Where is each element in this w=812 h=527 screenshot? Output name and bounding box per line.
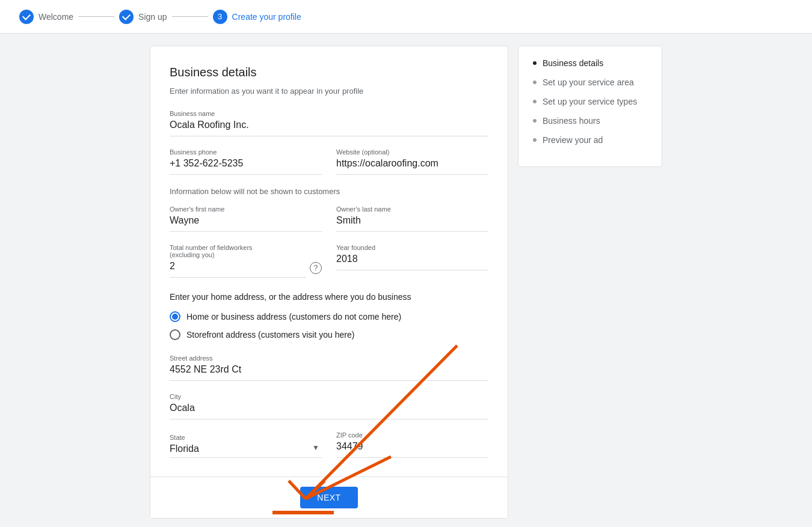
address-type-radio-group: Home or business address (customers do n… — [170, 311, 488, 340]
owner-last-name-value[interactable]: Smith — [336, 215, 488, 232]
radio-storefront[interactable]: Storefront address (customers visit you … — [170, 329, 488, 340]
owner-first-name-value[interactable]: Wayne — [170, 215, 322, 232]
state-zip-row: State Florida ▼ ZIP code 34479 — [170, 431, 488, 458]
sidebar-label-preview-ad: Preview your ad — [543, 135, 603, 145]
main-content: Business details Enter information as yo… — [135, 34, 677, 527]
step-create-profile: 3 Create your profile — [213, 10, 301, 24]
section-subtitle: Enter information as you want it to appe… — [170, 87, 488, 96]
step-signup-icon — [119, 10, 134, 24]
sidebar-bullet-business-hours — [533, 119, 537, 123]
street-address-field: Street address 4552 NE 23rd Ct — [170, 355, 488, 381]
sidebar-item-preview-ad: Preview your ad — [533, 135, 647, 145]
fieldworkers-value-row: 2 ? — [170, 261, 322, 278]
fieldworkers-value[interactable]: 2 — [170, 261, 306, 278]
step-welcome-icon — [19, 10, 34, 24]
fieldworkers-help-icon[interactable]: ? — [310, 262, 322, 274]
fieldworkers-label: Total number of fieldworkers (excluding … — [170, 244, 322, 258]
zip-field: ZIP code 34479 — [336, 431, 488, 458]
step-create-profile-label: Create your profile — [232, 12, 301, 22]
business-name-value[interactable]: Ocala Roofing Inc. — [170, 120, 488, 136]
business-name-field: Business name Ocala Roofing Inc. — [170, 110, 488, 136]
sidebar-item-service-area: Set up your service area — [533, 78, 647, 87]
year-founded-value[interactable]: 2018 — [336, 254, 488, 270]
sidebar-bullet-service-area — [533, 81, 537, 84]
form-card: Business details Enter information as yo… — [150, 46, 508, 519]
state-select[interactable]: Florida — [170, 443, 322, 458]
sidebar-bullet-active — [533, 61, 537, 65]
zip-value[interactable]: 34479 — [336, 441, 488, 458]
step-connector-1 — [78, 16, 114, 17]
city-value[interactable]: Ocala — [170, 403, 488, 419]
street-address-value[interactable]: 4552 NE 23rd Ct — [170, 364, 488, 381]
sidebar-item-business-hours: Business hours — [533, 116, 647, 126]
radio-home[interactable]: Home or business address (customers do n… — [170, 311, 488, 322]
radio-storefront-label: Storefront address (customers visit you … — [186, 330, 354, 340]
state-field: State Florida ▼ — [170, 434, 322, 458]
city-field: City Ocala — [170, 393, 488, 419]
radio-home-label: Home or business address (customers do n… — [186, 312, 401, 321]
fieldworkers-year-row: Total number of fieldworkers (excluding … — [170, 244, 488, 278]
owner-name-row: Owner's first name Wayne Owner's last na… — [170, 206, 488, 232]
sidebar-item-business-details: Business details — [533, 58, 647, 68]
step-signup: Sign up — [119, 10, 167, 24]
sidebar-item-service-types: Set up your service types — [533, 97, 647, 106]
stepper-bar: Welcome Sign up 3 Create your profile — [0, 0, 812, 34]
sidebar-bullet-service-types — [533, 100, 537, 103]
owner-first-name-label: Owner's first name — [170, 206, 322, 213]
state-label: State — [170, 434, 322, 441]
zip-label: ZIP code — [336, 431, 488, 439]
owner-first-name-field: Owner's first name Wayne — [170, 206, 322, 232]
section-title: Business details — [170, 65, 488, 79]
step-welcome-label: Welcome — [38, 12, 73, 22]
sidebar-label-service-area: Set up your service area — [543, 78, 634, 87]
form-footer: NEXT — [150, 477, 508, 518]
state-select-wrapper: Florida ▼ — [170, 443, 322, 458]
business-name-label: Business name — [170, 110, 488, 117]
fieldworkers-field: Total number of fieldworkers (excluding … — [170, 244, 322, 278]
sidebar-label-business-details: Business details — [543, 58, 603, 68]
address-note: Enter your home address, or the address … — [170, 292, 488, 302]
website-value[interactable]: https://ocalaroofing.com — [336, 158, 488, 175]
step-create-profile-icon: 3 — [213, 10, 227, 24]
business-phone-value[interactable]: +1 352-622-5235 — [170, 158, 322, 175]
next-button[interactable]: NEXT — [300, 487, 357, 508]
radio-storefront-circle — [170, 329, 180, 340]
business-phone-field: Business phone +1 352-622-5235 — [170, 148, 322, 175]
radio-home-circle — [170, 311, 180, 322]
website-label: Website (optional) — [336, 148, 488, 156]
website-field: Website (optional) https://ocalaroofing.… — [336, 148, 488, 175]
year-founded-field: Year founded 2018 — [336, 244, 488, 278]
step-welcome: Welcome — [19, 10, 73, 24]
owner-last-name-field: Owner's last name Smith — [336, 206, 488, 232]
sidebar-bullet-preview-ad — [533, 138, 537, 142]
sidebar-card: Business details Set up your service are… — [518, 46, 662, 167]
step-signup-label: Sign up — [138, 12, 167, 22]
owner-last-name-label: Owner's last name — [336, 206, 488, 213]
street-address-label: Street address — [170, 355, 488, 362]
year-founded-label: Year founded — [336, 244, 488, 251]
phone-website-row: Business phone +1 352-622-5235 Website (… — [170, 148, 488, 175]
sidebar-label-service-types: Set up your service types — [543, 97, 637, 106]
city-label: City — [170, 393, 488, 400]
business-phone-label: Business phone — [170, 148, 322, 156]
step-connector-2 — [172, 16, 208, 17]
private-info-note: Information below will not be shown to c… — [170, 187, 488, 196]
sidebar-label-business-hours: Business hours — [543, 116, 600, 126]
